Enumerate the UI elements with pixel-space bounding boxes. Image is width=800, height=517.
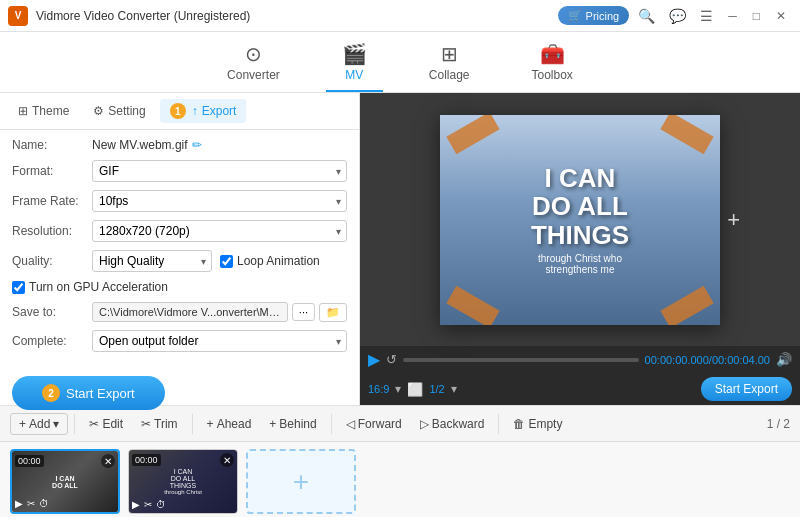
timeline-add-button[interactable]: + (246, 449, 356, 514)
maximize-button[interactable]: □ (747, 7, 766, 25)
page-dropdown-icon: ▾ (451, 382, 457, 396)
resolution-row: Resolution: 1280x720 (720p)1920x1080 (10… (12, 220, 347, 242)
page-indicator[interactable]: 1/2 (429, 383, 444, 395)
behind-icon: + (269, 417, 276, 431)
playback-controls: ▶ ↺ 00:00:00.000/00:00:04.00 🔊 (360, 346, 800, 373)
timeline-item-2[interactable]: I CAN DO ALL THINGS through Christ 00:00… (128, 449, 238, 514)
tab-setting[interactable]: ⚙ Setting (83, 100, 155, 122)
converter-icon: ⊙ (245, 42, 262, 66)
app-icon: V (8, 6, 28, 26)
ratio-button[interactable]: 16:9 (368, 383, 389, 395)
quality-row: Quality: High QualityMedium QualityLow Q… (12, 250, 347, 272)
format-select[interactable]: GIFMP4MOVAVI (92, 160, 347, 182)
format-label: Format: (12, 164, 92, 178)
chat-title-icon[interactable]: 💬 (664, 6, 691, 26)
save-path-browse-btn[interactable]: 📁 (319, 303, 347, 322)
trash-icon: 🗑 (513, 417, 525, 431)
framerate-label: Frame Rate: (12, 194, 92, 208)
page-info: 1 / 2 (767, 417, 790, 431)
complete-select[interactable]: Open output folderDo nothing (92, 330, 347, 352)
thumb-cut-1[interactable]: ✂ (27, 498, 35, 509)
app-title: Vidmore Video Converter (Unregistered) (36, 9, 558, 23)
nav-collage[interactable]: ⊞ Collage (413, 38, 486, 92)
thumb-clock-2[interactable]: ⏱ (156, 499, 166, 510)
search-title-icon[interactable]: 🔍 (633, 6, 660, 26)
save-path-more-btn[interactable]: ··· (292, 303, 315, 321)
forward-button[interactable]: ◁ Forward (338, 414, 410, 434)
start-export-badge: 2 (42, 384, 60, 402)
export-badge: 1 (170, 103, 186, 119)
edit-name-icon[interactable]: ✏ (192, 138, 202, 152)
gpu-accel-label[interactable]: Turn on GPU Acceleration (12, 280, 168, 294)
thumb-overlay-1: 00:00 ✕ ▶ ✂ ⏱ (12, 451, 118, 512)
save-path-input[interactable] (92, 302, 288, 322)
name-label: Name: (12, 138, 92, 152)
left-tabs: ⊞ Theme ⚙ Setting 1 ↑ Export (0, 93, 359, 130)
framerate-row: Frame Rate: 10fps24fps30fps60fps (12, 190, 347, 212)
name-value: New MV.webm.gif ✏ (92, 138, 347, 152)
pricing-button[interactable]: 🛒 Pricing (558, 6, 630, 25)
replay-button[interactable]: ↺ (386, 352, 397, 367)
framerate-select[interactable]: 10fps24fps30fps60fps (92, 190, 347, 212)
complete-label: Complete: (12, 334, 92, 348)
tab-export[interactable]: 1 ↑ Export (160, 99, 247, 123)
main-container: ⊞ Theme ⚙ Setting 1 ↑ Export Name: New M… (0, 93, 800, 405)
nav-mv[interactable]: 🎬 MV (326, 38, 383, 92)
time-display: 00:00:00.000/00:00:04.00 (645, 354, 770, 366)
preview-add-button[interactable]: + (727, 207, 740, 233)
thumb-bottom-2: ▶ ✂ ⏱ (132, 499, 234, 510)
nav-converter[interactable]: ⊙ Converter (211, 38, 296, 92)
thumb-clock-1[interactable]: ⏱ (39, 498, 49, 509)
empty-button[interactable]: 🗑 Empty (505, 414, 570, 434)
preview-area: I CAN DO ALL THINGS through Christ who s… (360, 93, 800, 346)
gpu-row: Turn on GPU Acceleration (12, 280, 347, 294)
thumb-top-1: 00:00 ✕ (15, 454, 115, 468)
nav-toolbox[interactable]: 🧰 Toolbox (516, 38, 589, 92)
mv-icon: 🎬 (342, 42, 367, 66)
play-button[interactable]: ▶ (368, 350, 380, 369)
resolution-select-wrap: 1280x720 (720p)1920x1080 (1080p)854x480 … (92, 220, 347, 242)
progress-bar[interactable] (403, 358, 639, 362)
close-button[interactable]: ✕ (770, 7, 792, 25)
preview-text: I CAN DO ALL THINGS through Christ who s… (531, 164, 629, 276)
format-row: Format: GIFMP4MOVAVI (12, 160, 347, 182)
behind-button[interactable]: + Behind (261, 414, 324, 434)
start-export-button[interactable]: 2 Start Export (12, 376, 165, 410)
timeline-item-1[interactable]: I CAN DO ALL 00:00 ✕ ▶ ✂ ⏱ (10, 449, 120, 514)
add-dropdown-icon: ▾ (53, 417, 59, 431)
start-export-small-button[interactable]: Start Export (701, 377, 792, 401)
backward-icon: ▷ (420, 417, 429, 431)
resolution-select[interactable]: 1280x720 (720p)1920x1080 (1080p)854x480 … (92, 220, 347, 242)
minimize-button[interactable]: ─ (722, 7, 743, 25)
timeline-add-icon: + (293, 466, 309, 498)
separator-1 (74, 414, 75, 434)
ratio-controls: 16:9 ▾ ⬜ 1/2 ▾ (368, 382, 457, 397)
ratio-dropdown-icon: ▾ (395, 382, 401, 396)
quality-select[interactable]: High QualityMedium QualityLow Quality (92, 250, 212, 272)
thumb-play-1[interactable]: ▶ (15, 498, 23, 509)
segment-button[interactable]: ⬜ (407, 382, 423, 397)
playback-controls-2: 16:9 ▾ ⬜ 1/2 ▾ Start Export (360, 373, 800, 405)
add-button[interactable]: + Add ▾ (10, 413, 68, 435)
forward-icon: ◁ (346, 417, 355, 431)
trim-icon: ✂ (141, 417, 151, 431)
tab-theme[interactable]: ⊞ Theme (8, 100, 79, 122)
export-icon: ↑ (192, 104, 198, 118)
trim-button[interactable]: ✂ Trim (133, 414, 186, 434)
thumb-cut-2[interactable]: ✂ (144, 499, 152, 510)
loop-animation-label[interactable]: Loop Animation (220, 254, 320, 268)
close-item-2-button[interactable]: ✕ (220, 453, 234, 467)
top-nav: ⊙ Converter 🎬 MV ⊞ Collage 🧰 Toolbox (0, 32, 800, 93)
volume-icon[interactable]: 🔊 (776, 352, 792, 367)
edit-button[interactable]: ✂ Edit (81, 414, 131, 434)
menu-title-icon[interactable]: ☰ (695, 6, 718, 26)
name-row: Name: New MV.webm.gif ✏ (12, 138, 347, 152)
thumb-play-2[interactable]: ▶ (132, 499, 140, 510)
loop-animation-checkbox[interactable] (220, 255, 233, 268)
thumb-overlay-2: 00:00 ✕ ▶ ✂ ⏱ (129, 450, 237, 513)
ahead-button[interactable]: + Ahead (199, 414, 260, 434)
gpu-accel-checkbox[interactable] (12, 281, 25, 294)
close-item-1-button[interactable]: ✕ (101, 454, 115, 468)
backward-button[interactable]: ▷ Backward (412, 414, 493, 434)
separator-3 (331, 414, 332, 434)
